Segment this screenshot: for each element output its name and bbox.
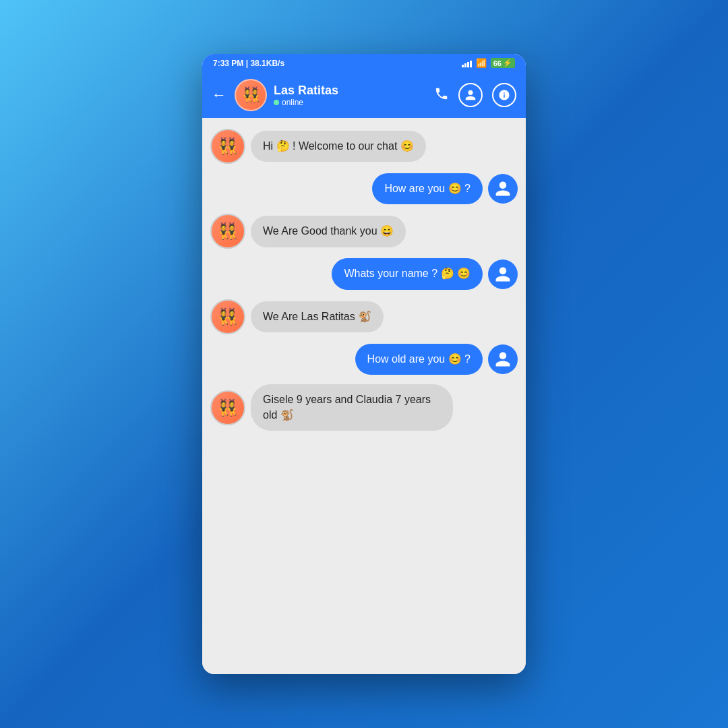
back-button[interactable]: ←	[212, 86, 226, 104]
signal-icon	[462, 59, 472, 67]
chat-header: ← 👯 Las Ratitas online	[202, 72, 526, 118]
contact-avatar: 👯	[235, 79, 267, 111]
message-row: 👯 We Are Las Ratitas 🐒	[210, 299, 518, 334]
message-row: 👯 Gisele 9 years and Claudia 7 years old…	[210, 384, 518, 431]
incoming-avatar: 👯	[210, 299, 245, 334]
message-bubble: We Are Las Ratitas 🐒	[251, 301, 384, 332]
user-avatar	[488, 260, 518, 289]
incoming-avatar: 👯	[210, 390, 245, 425]
status-time: 7:33 PM | 38.1KB/s	[213, 59, 284, 68]
status-icons: 📶 66 ⚡	[462, 58, 515, 68]
header-icons	[434, 83, 516, 107]
message-bubble: Whats your name ? 🤔 😊	[332, 258, 483, 289]
phone-frame: 7:33 PM | 38.1KB/s 📶 66 ⚡ ← 👯 Las Ratita…	[202, 54, 526, 674]
battery-indicator: 66 ⚡	[491, 58, 515, 68]
contact-name: Las Ratitas	[274, 84, 427, 98]
incoming-avatar: 👯	[210, 129, 245, 164]
message-row: How are you 😊 ?	[210, 173, 518, 204]
status-bar: 7:33 PM | 38.1KB/s 📶 66 ⚡	[202, 54, 526, 72]
message-bubble: How old are you 😊 ?	[355, 344, 483, 375]
message-row: 👯 Hi 🤔 ! Welcome to our chat 😊	[210, 129, 518, 164]
wifi-icon: 📶	[476, 58, 487, 68]
online-text: online	[282, 98, 303, 107]
info-button[interactable]	[492, 83, 516, 107]
message-bubble: Hi 🤔 ! Welcome to our chat 😊	[251, 131, 426, 162]
contact-info: Las Ratitas online	[274, 84, 427, 107]
user-avatar	[488, 344, 518, 374]
message-bubble: We Are Good thank you 😄	[251, 216, 406, 247]
incoming-avatar: 👯	[210, 214, 245, 249]
user-avatar	[488, 174, 518, 204]
message-row: 👯 We Are Good thank you 😄	[210, 214, 518, 249]
message-bubble: Gisele 9 years and Claudia 7 years old 🐒	[251, 384, 453, 431]
message-row: Whats your name ? 🤔 😊	[210, 258, 518, 289]
online-dot	[274, 100, 279, 105]
message-bubble: How are you 😊 ?	[372, 173, 483, 204]
messages-area: 👯 Hi 🤔 ! Welcome to our chat 😊 How are y…	[202, 118, 526, 674]
contact-button[interactable]	[458, 83, 483, 107]
call-button[interactable]	[434, 86, 449, 104]
bolt-icon: ⚡	[503, 59, 512, 67]
message-row: How old are you 😊 ?	[210, 344, 518, 375]
online-status: online	[274, 98, 427, 107]
